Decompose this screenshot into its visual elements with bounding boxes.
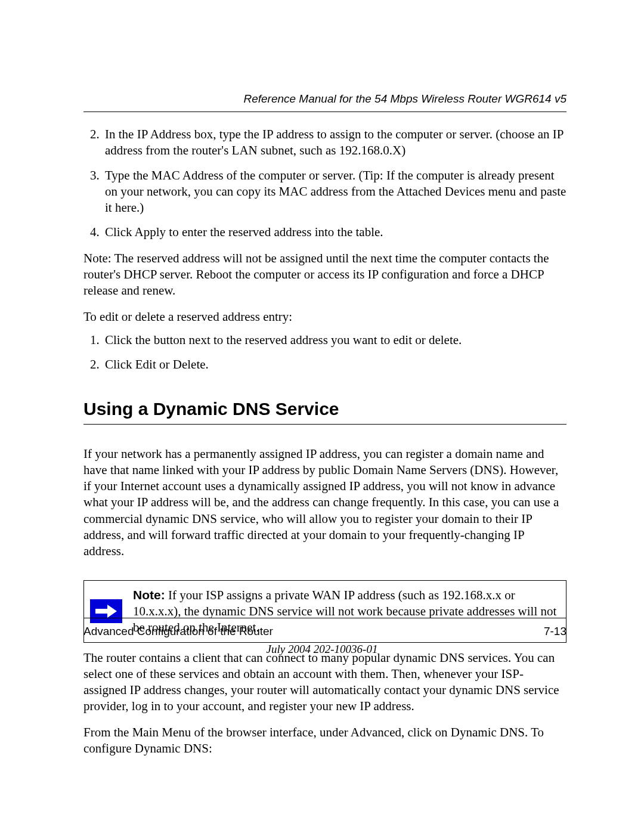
note-label: Note: (133, 588, 165, 602)
header-title: Reference Manual for the 54 Mbps Wireles… (243, 92, 566, 105)
paragraph: Note: The reserved address will not be a… (83, 250, 566, 299)
footer-center: July 2004 202-10036-01 (0, 643, 644, 656)
list-item-text: Click Edit or Delete. (105, 357, 209, 371)
arrow-right-icon (90, 599, 122, 623)
ordered-list-1: In the IP Address box, type the IP addre… (83, 126, 566, 241)
list-item-text: Click the button next to the reserved ad… (105, 333, 462, 347)
arrow-shape (94, 605, 118, 618)
section-heading: Using a Dynamic DNS Service (83, 397, 566, 425)
page-header: Reference Manual for the 54 Mbps Wireles… (83, 92, 566, 112)
page: Reference Manual for the 54 Mbps Wireles… (0, 0, 644, 833)
footer-right-page-number: 7-13 (544, 625, 566, 638)
footer-left: Advanced Configuration of the Router (83, 625, 273, 638)
page-body: In the IP Address box, type the IP addre… (83, 119, 566, 760)
paragraph: The router contains a client that can co… (83, 650, 566, 715)
list-item: Type the MAC Address of the computer or … (103, 168, 566, 216)
footer-rule (83, 618, 566, 618)
list-item-text: Click Apply to enter the reserved addres… (105, 225, 383, 239)
list-item: Click Edit or Delete. (103, 357, 566, 373)
paragraph: From the Main Menu of the browser interf… (83, 724, 566, 757)
list-item-text: In the IP Address box, type the IP addre… (105, 127, 564, 157)
list-item: Click Apply to enter the reserved addres… (103, 224, 566, 240)
list-item: In the IP Address box, type the IP addre… (103, 126, 566, 159)
list-item: Click the button next to the reserved ad… (103, 332, 566, 348)
list-item-text: Type the MAC Address of the computer or … (105, 168, 566, 215)
paragraph: If your network has a permanently assign… (83, 446, 566, 560)
paragraph: To edit or delete a reserved address ent… (83, 309, 566, 325)
ordered-list-2: Click the button next to the reserved ad… (83, 332, 566, 373)
